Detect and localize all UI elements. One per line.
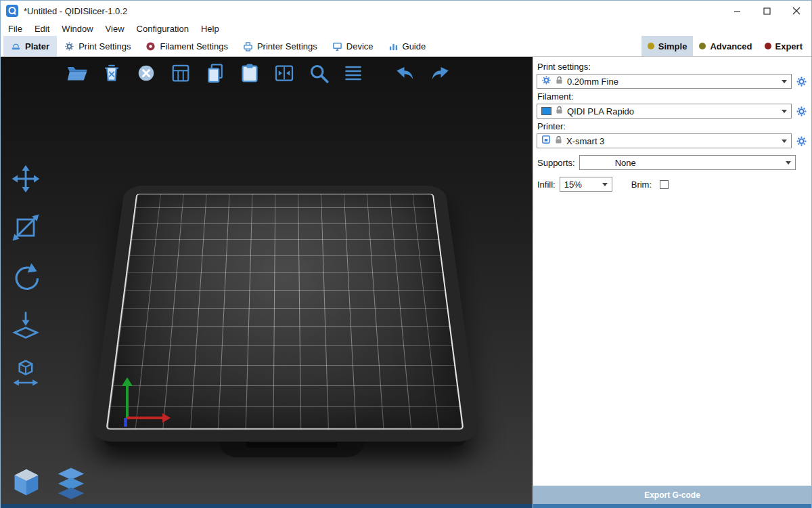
tab-printer-settings[interactable]: Printer Settings — [235, 36, 325, 56]
undo-icon[interactable] — [391, 60, 420, 87]
axis-x — [127, 417, 162, 419]
copy-icon[interactable] — [201, 60, 229, 87]
titlebar: *Untitled - QIDISlicer-1.0.2 — [1, 1, 811, 21]
window-controls — [722, 1, 811, 21]
menu-item-window[interactable]: Window — [55, 24, 99, 34]
mode-switcher: Simple Advanced Expert — [641, 36, 811, 56]
tab-label: Guide — [403, 41, 426, 51]
menu-item-file[interactable]: File — [2, 24, 28, 34]
scene — [1, 57, 533, 508]
mode-advanced[interactable]: Advanced — [693, 36, 758, 56]
export-gcode-button[interactable]: Export G-code — [533, 486, 811, 504]
chevron-down-icon — [786, 161, 791, 165]
tab-label: Printer Settings — [257, 41, 317, 51]
menu-item-view[interactable]: View — [99, 24, 131, 34]
bed-plate — [106, 194, 464, 429]
tab-plater[interactable]: Plater — [3, 36, 57, 56]
main-area: Print settings: 0.20mm Fine Filament: QI… — [1, 57, 811, 508]
mode-label: Expert — [775, 41, 803, 51]
expert-mode-icon — [765, 43, 771, 49]
printer-row: X-smart 3 — [537, 133, 808, 148]
mode-label: Advanced — [710, 41, 752, 51]
lock-icon — [556, 105, 563, 117]
editor-3d-icon[interactable] — [9, 465, 44, 500]
tab-label: Filament Settings — [160, 41, 227, 51]
plater-icon — [11, 41, 21, 51]
layers-icon[interactable] — [339, 60, 367, 87]
infill-row: Infill: 15% Brim: — [537, 177, 808, 192]
brim-checkbox[interactable] — [660, 180, 669, 189]
chevron-down-icon — [782, 110, 787, 113]
chevron-down-icon — [782, 140, 787, 143]
instances-icon[interactable] — [270, 60, 298, 87]
advanced-mode-icon — [699, 43, 706, 49]
infill-select[interactable]: 15% — [560, 177, 612, 192]
menubar: File Edit Window View Configuration Help — [1, 21, 811, 36]
tab-print-settings[interactable]: Print Settings — [57, 36, 138, 56]
bottom-strip-right — [533, 504, 811, 508]
supports-value: None — [615, 158, 636, 168]
sidebar: Print settings: 0.20mm Fine Filament: QI… — [533, 57, 811, 508]
move-icon[interactable] — [7, 160, 44, 198]
simple-mode-icon — [648, 43, 654, 49]
printer-select[interactable]: X-smart 3 — [537, 133, 792, 148]
filament-gear-button[interactable] — [794, 104, 808, 119]
menu-item-configuration[interactable]: Configuration — [131, 24, 195, 34]
supports-row: Supports: None — [537, 155, 808, 170]
print-settings-icon — [64, 41, 74, 51]
print-settings-row: 0.20mm Fine — [537, 74, 808, 89]
flatten-icon[interactable] — [7, 306, 44, 344]
minimize-button[interactable] — [722, 1, 752, 21]
measure-icon[interactable] — [7, 355, 44, 393]
arrange-icon[interactable] — [166, 60, 195, 87]
infill-value: 15% — [564, 179, 582, 190]
device-icon — [332, 41, 342, 51]
mode-simple[interactable]: Simple — [641, 36, 694, 56]
redo-icon[interactable] — [426, 60, 454, 87]
printer-value: X-smart 3 — [566, 136, 604, 146]
infill-label: Infill: — [537, 179, 556, 190]
rotate-icon[interactable] — [7, 257, 44, 295]
chevron-down-icon — [782, 80, 787, 83]
supports-select[interactable]: None — [579, 155, 796, 170]
paste-icon[interactable] — [235, 60, 264, 87]
filament-row: QIDI PLA Rapido — [537, 104, 808, 119]
filament-label: Filament: — [537, 91, 807, 102]
filament-select[interactable]: QIDI PLA Rapido — [537, 104, 792, 119]
tab-label: Print Settings — [78, 41, 131, 51]
printer-settings-icon — [243, 41, 253, 51]
axis-z — [124, 418, 127, 427]
tabbar: Plater Print Settings Filament Settings … — [1, 36, 811, 57]
axis-y-arrow — [122, 377, 133, 386]
tab-label: Plater — [25, 41, 49, 51]
printer-icon — [541, 135, 551, 147]
3d-viewport[interactable] — [1, 57, 533, 508]
mode-expert[interactable]: Expert — [759, 36, 809, 56]
scale-icon[interactable] — [7, 209, 44, 247]
bottom-strip-left — [1, 504, 533, 508]
preview-layers-icon[interactable] — [53, 465, 89, 500]
delete-icon[interactable] — [97, 60, 126, 87]
tab-guide[interactable]: Guide — [381, 36, 434, 56]
print-settings-gear-button[interactable] — [794, 74, 808, 89]
tab-device[interactable]: Device — [325, 36, 381, 56]
open-icon[interactable] — [63, 60, 91, 87]
delete-all-icon[interactable] — [132, 60, 160, 87]
supports-label: Supports: — [537, 158, 575, 168]
menu-item-help[interactable]: Help — [195, 24, 225, 34]
mode-label: Simple — [658, 41, 687, 51]
printer-gear-button[interactable] — [794, 133, 808, 148]
print-bed — [89, 186, 480, 442]
lock-icon — [555, 135, 562, 147]
printer-label: Printer: — [537, 121, 807, 131]
menu-item-edit[interactable]: Edit — [28, 24, 55, 34]
close-button[interactable] — [782, 1, 811, 21]
lock-icon — [556, 75, 563, 87]
gear-icon — [541, 75, 551, 88]
search-icon[interactable] — [304, 60, 333, 87]
tab-filament-settings[interactable]: Filament Settings — [138, 36, 235, 56]
maximize-button[interactable] — [752, 1, 782, 21]
filament-value: QIDI PLA Rapido — [567, 106, 634, 117]
print-settings-select[interactable]: 0.20mm Fine — [537, 74, 792, 89]
chevron-down-icon — [602, 183, 608, 186]
